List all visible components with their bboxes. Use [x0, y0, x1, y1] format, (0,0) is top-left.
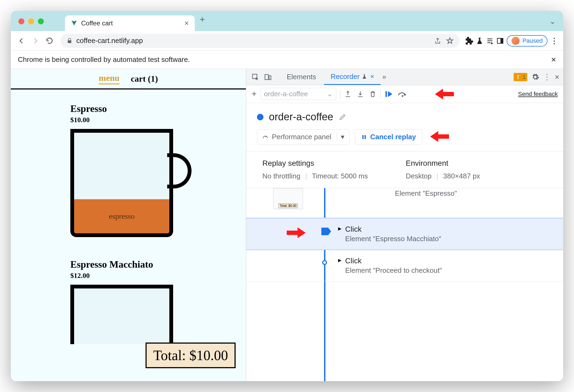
cancel-replay-button[interactable]: Cancel replay [355, 129, 422, 145]
performance-panel-button[interactable]: Performance panel ▾ [257, 129, 349, 145]
viewport-value[interactable]: 380×487 px [443, 172, 480, 180]
annotation-arrow [435, 87, 454, 101]
nav-cart-link[interactable]: cart (1) [131, 74, 158, 84]
thumb-total: Total: $0.00 [278, 203, 298, 208]
product-price: $12.00 [70, 272, 246, 280]
coffee-cup[interactable]: espresso [70, 129, 184, 242]
nav-menu-link[interactable]: menu [99, 73, 119, 84]
coffee-cup[interactable] [70, 285, 184, 344]
timeout-value[interactable]: Timeout: 5000 ms [312, 172, 368, 180]
automation-banner: Chrome is being controlled by automated … [11, 51, 563, 69]
new-tab-button[interactable]: + [200, 14, 205, 25]
extension-icon[interactable] [465, 37, 473, 45]
recording-header: order-a-coffee [246, 103, 563, 129]
gauge-icon [262, 134, 269, 140]
environment-col: Environment Desktop | 380×487 px [406, 159, 480, 180]
devtools-close-icon[interactable]: × [555, 72, 559, 82]
step-row[interactable]: ▶ Click Element "Proceed to checkout" [246, 250, 563, 281]
annotation-arrow [287, 226, 306, 240]
tab-elements[interactable]: Elements [280, 69, 322, 85]
recording-status-dot [257, 114, 263, 120]
star-icon[interactable] [446, 37, 454, 45]
step-subtitle: Element "Espresso" [395, 189, 457, 198]
step-subtitle: Element "Proceed to checkout" [345, 266, 442, 275]
settings-row: Replay settings No throttling | Timeout:… [246, 151, 563, 188]
replay-icon[interactable] [384, 90, 393, 98]
svg-rect-5 [385, 91, 387, 97]
step-marker-current [321, 228, 331, 235]
recorder-action-row: Performance panel ▾ Cancel replay [246, 129, 563, 151]
url-field[interactable]: coffee-cart.netlify.app [61, 34, 460, 48]
step-row[interactable]: Total: $0.00 Element "Espresso" [246, 188, 563, 218]
lock-icon [67, 38, 72, 44]
more-tabs-icon[interactable]: » [382, 73, 386, 81]
svg-rect-1 [501, 38, 503, 43]
svg-rect-4 [269, 76, 271, 79]
page-panel: menu cart (1) Espresso $10.00 espresso E… [11, 69, 246, 381]
flask-icon[interactable] [476, 37, 483, 45]
cup-fill-label: espresso [74, 199, 169, 233]
tab-strip: Coffee cart × + ⌄ [11, 11, 563, 31]
panel-icon[interactable] [496, 37, 504, 45]
step-over-icon[interactable] [398, 90, 407, 98]
export-icon[interactable] [344, 90, 352, 98]
product-price: $10.00 [70, 116, 246, 124]
device-icon[interactable] [262, 72, 273, 82]
expand-caret-icon[interactable]: ▶ [338, 258, 341, 263]
reload-button[interactable] [44, 35, 55, 46]
add-recording-button[interactable]: + [252, 89, 257, 99]
devtools-panel: Elements Recorder × » ! 1 ⋮ × [246, 69, 563, 381]
forward-button[interactable] [30, 35, 41, 46]
share-icon[interactable] [434, 37, 441, 44]
pause-icon [361, 134, 367, 140]
total-box[interactable]: Total: $10.00 [146, 343, 236, 368]
send-feedback-link[interactable]: Send feedback [518, 91, 558, 98]
svg-rect-3 [265, 74, 269, 79]
maximize-window-button[interactable] [38, 18, 44, 24]
step-subtitle: Element "Espresso Macchiato" [345, 235, 441, 243]
chevron-down-icon: ⌄ [327, 90, 333, 98]
recorder-toolbar: + order-a-coffee ⌄ Send feedback [246, 85, 563, 103]
tab-close-icon[interactable]: × [184, 19, 189, 28]
window-controls [18, 18, 44, 24]
browser-menu-icon[interactable]: ⋮ [550, 36, 558, 45]
recording-select[interactable]: order-a-coffee ⌄ [260, 88, 336, 100]
replay-settings-col: Replay settings No throttling | Timeout:… [262, 159, 368, 180]
chevron-down-icon: ▾ [337, 133, 344, 141]
music-icon[interactable] [486, 37, 494, 45]
throttling-value[interactable]: No throttling [262, 172, 300, 180]
tab-close-icon[interactable]: × [370, 73, 374, 80]
back-button[interactable] [16, 35, 27, 46]
edit-icon[interactable] [339, 113, 346, 121]
delete-icon[interactable] [369, 90, 377, 98]
step-title: Click [345, 257, 442, 265]
url-text: coffee-cart.netlify.app [76, 36, 143, 45]
chevron-down-icon[interactable]: ⌄ [549, 17, 556, 26]
banner-close-icon[interactable]: × [551, 55, 556, 65]
import-icon[interactable] [357, 90, 364, 98]
close-window-button[interactable] [18, 18, 24, 24]
browser-tab[interactable]: Coffee cart × [65, 15, 195, 31]
browser-window: Coffee cart × + ⌄ coffee-cart.netlify.ap… [11, 11, 563, 381]
inspect-icon[interactable] [250, 72, 261, 82]
step-row-active[interactable]: ▶ Click Element "Espresso Macchiato" [246, 218, 563, 250]
steps-list: Total: $0.00 Element "Espresso" ▶ Click [246, 188, 563, 381]
warning-icon: ! [515, 74, 521, 80]
product-espresso: Espresso $10.00 espresso [70, 103, 246, 242]
minimize-window-button[interactable] [28, 18, 34, 24]
step-thumbnail: Total: $0.00 [273, 188, 303, 209]
devtools-menu-icon[interactable]: ⋮ [543, 72, 551, 81]
page-body: Espresso $10.00 espresso Espresso Macchi… [11, 89, 246, 381]
devtools-tabbar: Elements Recorder × » ! 1 ⋮ × [246, 69, 563, 85]
step-title: Click [345, 225, 441, 234]
tab-recorder[interactable]: Recorder × [324, 69, 381, 85]
tab-title: Coffee cart [81, 19, 113, 27]
paused-label: Paused [522, 37, 543, 44]
product-title: Espresso Macchiato [70, 259, 246, 270]
recording-name: order-a-coffee [269, 111, 333, 123]
profile-paused-pill[interactable]: Paused [507, 35, 547, 46]
device-value[interactable]: Desktop [406, 172, 431, 180]
gear-icon[interactable] [531, 73, 539, 81]
expand-caret-icon[interactable]: ▶ [338, 226, 341, 231]
issues-badge[interactable]: ! 1 [513, 73, 527, 81]
